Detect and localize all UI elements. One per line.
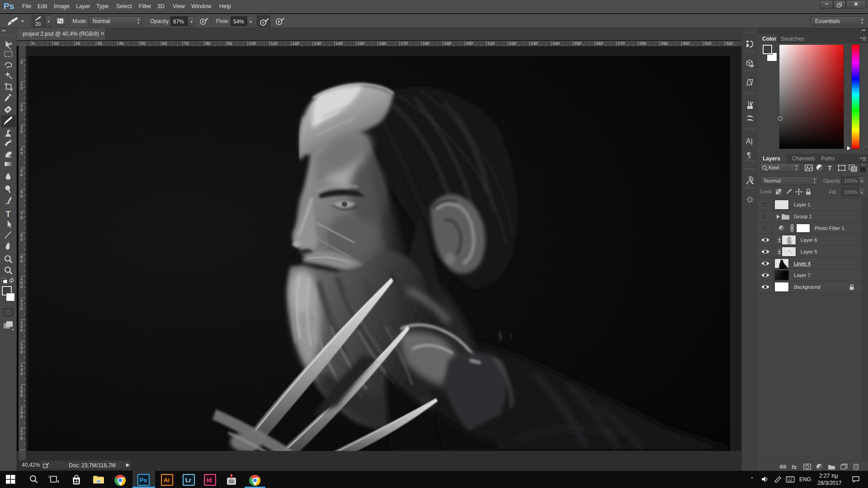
svg-text:20: 20	[75, 41, 80, 46]
svg-text:280: 280	[639, 41, 646, 46]
svg-text:70: 70	[184, 41, 189, 46]
svg-text:0: 0	[20, 393, 23, 398]
svg-text:180: 180	[422, 41, 429, 46]
svg-text:240: 240	[552, 41, 560, 46]
svg-text:170: 170	[401, 41, 408, 46]
svg-text:fx: fx	[792, 464, 797, 470]
svg-text:0: 0	[20, 237, 23, 242]
svg-text:210: 210	[487, 41, 495, 46]
svg-text:260: 260	[596, 41, 603, 46]
svg-text:310: 310	[704, 41, 712, 46]
svg-text:140: 140	[335, 41, 343, 46]
svg-text:0: 0	[20, 349, 23, 354]
svg-text:100: 100	[249, 41, 256, 46]
svg-text:0: 0	[20, 436, 23, 441]
svg-text:T: T	[828, 164, 832, 172]
svg-text:270: 270	[618, 41, 625, 46]
svg-text:230: 230	[531, 41, 538, 46]
svg-text:T: T	[5, 209, 10, 219]
svg-text:0: 0	[20, 306, 23, 311]
svg-text:250: 250	[574, 41, 581, 46]
svg-text:0: 0	[20, 328, 23, 333]
svg-text:320: 320	[726, 41, 733, 46]
svg-text:0: 0	[32, 41, 34, 46]
svg-text:0: 0	[20, 129, 23, 134]
svg-text:300: 300	[683, 41, 690, 46]
svg-text:290: 290	[661, 41, 668, 46]
svg-text:110: 110	[271, 41, 278, 46]
svg-text:150: 150	[357, 41, 364, 46]
svg-text:50: 50	[141, 41, 146, 46]
svg-text:0: 0	[20, 414, 23, 419]
svg-text:190: 190	[444, 41, 451, 46]
svg-text:0: 0	[20, 172, 23, 177]
svg-text:0: 0	[20, 284, 23, 289]
svg-text:10: 10	[54, 41, 59, 46]
svg-text:0: 0	[20, 60, 23, 65]
svg-text:220: 220	[509, 41, 516, 46]
svg-text:0: 0	[20, 215, 23, 220]
svg-text:0: 0	[20, 85, 23, 90]
svg-text:0: 0	[20, 150, 23, 155]
svg-text:0: 0	[20, 258, 23, 263]
svg-text:60: 60	[162, 41, 167, 46]
svg-text:80: 80	[206, 41, 211, 46]
svg-text:¶: ¶	[747, 151, 751, 160]
svg-text:40: 40	[119, 41, 124, 46]
svg-text:0: 0	[20, 371, 23, 376]
svg-text:0: 0	[20, 193, 23, 198]
svg-text:0: 0	[20, 107, 23, 112]
svg-text:90: 90	[227, 41, 232, 46]
svg-text:160: 160	[379, 41, 386, 46]
svg-text:200: 200	[466, 41, 473, 46]
svg-text:30: 30	[97, 41, 102, 46]
svg-text:A|: A|	[746, 137, 753, 145]
svg-text:130: 130	[314, 41, 321, 46]
svg-text:120: 120	[292, 41, 300, 46]
